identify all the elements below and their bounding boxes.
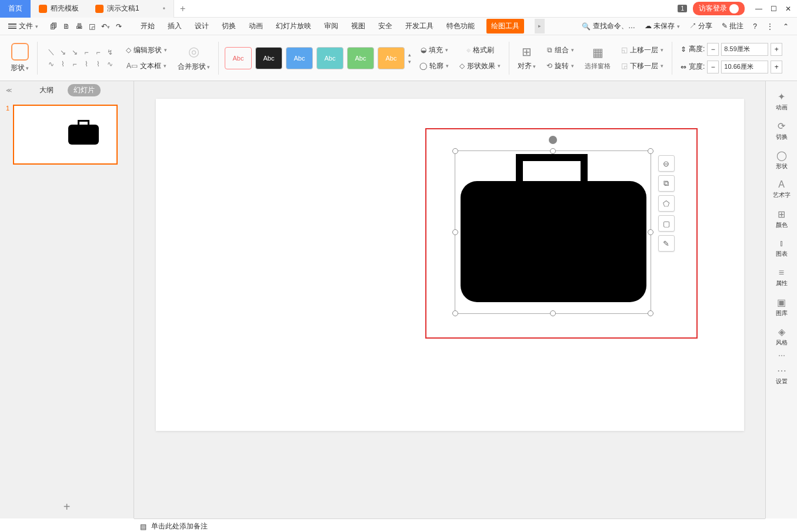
menu-security[interactable]: 安全	[377, 19, 394, 34]
textbox[interactable]: A▭ 文本框 ▾	[126, 61, 166, 71]
rp-style[interactable]: ◈风格	[767, 322, 796, 350]
close-icon[interactable]: ✕	[785, 5, 791, 13]
shape-effect[interactable]: ◇ 形状效果 ▾	[459, 61, 501, 71]
menu-view[interactable]: 视图	[350, 19, 366, 34]
align-button[interactable]: ⊞ 对齐▾	[515, 45, 538, 71]
approve-button[interactable]: ✎ 批注	[722, 21, 743, 31]
rp-charts[interactable]: ⫾图表	[767, 234, 796, 262]
rp-properties[interactable]: ≡属性	[767, 263, 796, 292]
rp-transition[interactable]: ⟳切换	[767, 116, 796, 145]
tab-document[interactable]: 演示文稿1•	[87, 0, 174, 18]
handle-tm[interactable]	[550, 148, 556, 154]
style-5[interactable]: Abc	[347, 47, 374, 69]
menu-transition[interactable]: 切换	[221, 19, 237, 34]
collapse-panel-icon[interactable]: ≪	[6, 87, 12, 93]
handle-mr[interactable]	[648, 229, 653, 235]
handle-br[interactable]	[648, 310, 653, 316]
float-pen[interactable]: ✎	[658, 235, 675, 252]
rp-wordart[interactable]: A艺术字	[767, 175, 796, 203]
undo-icon[interactable]: ↶▾	[101, 22, 110, 31]
slides-tab[interactable]: 幻灯片	[68, 84, 101, 96]
command-search[interactable]: 🔍 查找命令、…	[582, 21, 635, 31]
rp-gallery[interactable]: ▣图库	[767, 293, 796, 321]
right-panel: ✦动画 ⟳切换 ◯形状 A艺术字 ⊞颜色 ⫾图表 ≡属性 ▣图库 ◈风格 ⋯ ⋯…	[765, 81, 797, 518]
style-2[interactable]: Abc	[255, 47, 282, 69]
titlebar: 首页 稻壳模板 演示文稿1• + 1 访客登录 — ☐ ✕	[0, 0, 797, 18]
menu-insert[interactable]: 插入	[166, 19, 183, 34]
collapse-ribbon-icon[interactable]: ⌃	[783, 22, 789, 31]
add-slide-button[interactable]: +	[0, 495, 134, 518]
float-frame[interactable]: ▢	[658, 215, 675, 232]
edit-shape[interactable]: ◇ 编辑形状 ▾	[126, 45, 167, 55]
file-menu[interactable]: 文件▾	[8, 21, 38, 31]
width-plus[interactable]: +	[771, 61, 782, 73]
print-icon[interactable]: 🖶	[76, 22, 83, 31]
tab-add[interactable]: +	[174, 0, 191, 18]
handle-tl[interactable]	[452, 148, 458, 154]
menu-features[interactable]: 特色功能	[445, 19, 476, 34]
handle-bm[interactable]	[550, 310, 556, 316]
slide-thumbnail-1[interactable]	[13, 105, 118, 165]
rp-settings[interactable]: ⋯设置	[767, 361, 796, 389]
height-plus[interactable]: +	[771, 43, 782, 56]
gallery-down[interactable]: ▾	[408, 59, 411, 65]
redo-icon[interactable]: ↷	[116, 22, 122, 31]
notes-pane[interactable]: ▤ 单击此处添加备注	[134, 518, 765, 532]
rotate-handle[interactable]	[549, 136, 557, 144]
handle-bl[interactable]	[452, 310, 458, 316]
maximize-icon[interactable]: ☐	[771, 5, 777, 13]
rp-shapes[interactable]: ◯形状	[767, 146, 796, 174]
style-3[interactable]: Abc	[286, 47, 313, 69]
width-minus[interactable]: −	[707, 61, 719, 73]
style-6[interactable]: Abc	[378, 47, 405, 69]
tab-template[interactable]: 稻壳模板	[31, 0, 87, 18]
menu-drawing-tools[interactable]: 绘图工具	[486, 19, 524, 34]
float-layout[interactable]: ⧉	[658, 175, 675, 192]
format-brush: ⟐ 格式刷	[466, 45, 494, 55]
height-input[interactable]	[721, 43, 768, 56]
menu-review[interactable]: 审阅	[323, 19, 339, 34]
gallery-up[interactable]: ▴	[408, 52, 411, 58]
minimize-icon[interactable]: —	[755, 5, 762, 13]
share-button[interactable]: ↗ 分享	[689, 21, 712, 31]
selection-box[interactable]	[455, 150, 651, 314]
canvas-area[interactable]: ⊖ ⧉ ⬠ ▢ ✎	[134, 81, 765, 518]
handle-ml[interactable]	[452, 229, 458, 235]
menu-start[interactable]: 开始	[139, 19, 156, 34]
menu-slideshow[interactable]: 幻灯片放映	[275, 19, 312, 34]
unsaved-status[interactable]: ☁ 未保存 ▾	[645, 21, 680, 31]
width-input[interactable]	[721, 61, 768, 73]
more-icon[interactable]: ⋮	[766, 22, 773, 31]
style-1[interactable]: Abc	[225, 47, 252, 69]
selection-pane[interactable]: ▦ 选择窗格	[582, 45, 613, 71]
rp-colors[interactable]: ⊞颜色	[767, 205, 796, 233]
menu-drawing-arrow[interactable]: ▸	[535, 19, 545, 34]
tab-home[interactable]: 首页	[0, 0, 31, 18]
height-minus[interactable]: −	[707, 43, 719, 56]
login-button[interactable]: 访客登录	[693, 2, 745, 15]
menu-design[interactable]: 设计	[194, 19, 210, 34]
style-gallery[interactable]: Abc Abc Abc Abc Abc Abc ▴ ▾	[225, 47, 411, 69]
group-button[interactable]: ⧉ 组合 ▾	[547, 45, 574, 55]
float-shape[interactable]: ⬠	[658, 195, 675, 212]
shape-group[interactable]: 形状▾	[8, 43, 31, 73]
float-minus[interactable]: ⊖	[658, 155, 675, 172]
rotate-button[interactable]: ⟲ 旋转 ▾	[546, 61, 574, 71]
outline-button[interactable]: ◯ 轮廓 ▾	[419, 61, 449, 71]
line-gallery[interactable]: ＼↘↘⌐⌐↯ ∿⌇⌐⌇⌇∿	[46, 47, 115, 69]
fill-button[interactable]: ◒ 填充 ▾	[421, 45, 448, 55]
notification-badge[interactable]: 1	[678, 5, 687, 12]
save-icon[interactable]: 🗐	[50, 22, 57, 31]
handle-tr[interactable]	[648, 148, 653, 154]
bring-forward: ◱ 上移一层 ▾	[621, 45, 663, 55]
slide-canvas[interactable]: ⊖ ⧉ ⬠ ▢ ✎	[156, 99, 744, 431]
preview-icon[interactable]: ◲	[89, 22, 95, 31]
menu-animation[interactable]: 动画	[248, 19, 264, 34]
width-icon: ⇔	[681, 63, 686, 71]
rp-animation[interactable]: ✦动画	[767, 87, 796, 115]
style-4[interactable]: Abc	[316, 47, 344, 69]
help-icon[interactable]: ?	[753, 22, 757, 31]
outline-tab[interactable]: 大纲	[34, 84, 59, 96]
menu-devtools[interactable]: 开发工具	[404, 19, 435, 34]
saveas-icon[interactable]: 🗎	[63, 22, 70, 31]
